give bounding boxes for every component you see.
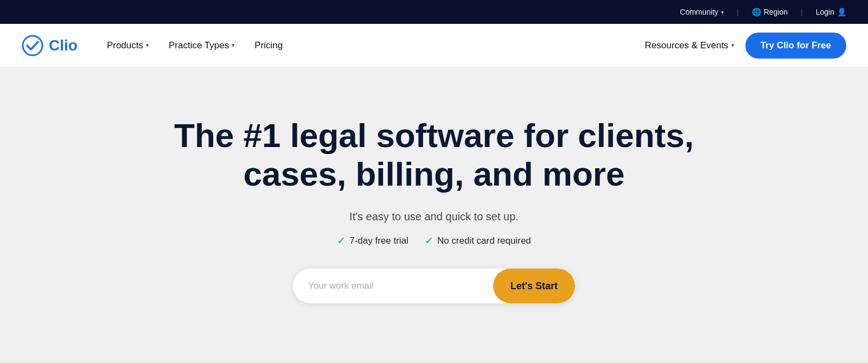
clio-logo-icon (22, 35, 43, 56)
try-clio-button[interactable]: Try Clio for Free (745, 33, 846, 59)
practice-types-chevron-icon: ▾ (232, 42, 235, 49)
hero-section: The #1 legal software for clients, cases… (0, 67, 868, 363)
globe-icon: 🌐 (752, 8, 761, 16)
topbar-divider: | (737, 8, 739, 16)
nav-right: Resources & Events ▾ Try Clio for Free (645, 33, 846, 59)
hero-title: The #1 legal software for clients, cases… (163, 116, 705, 194)
community-label: Community (680, 8, 718, 16)
nav-pricing[interactable]: Pricing (247, 36, 290, 55)
hero-subtitle: It's easy to use and quick to set up. (349, 211, 519, 223)
resources-chevron-icon: ▾ (731, 42, 735, 49)
email-input[interactable] (293, 281, 493, 291)
region-menu[interactable]: 🌐 Region (752, 8, 788, 16)
login-button[interactable]: Login 👤 (816, 8, 846, 16)
logo[interactable]: Clio (22, 35, 78, 56)
nav-links: Products ▾ Practice Types ▾ Pricing (99, 36, 645, 55)
start-button[interactable]: Let's Start (493, 269, 575, 303)
badge-free-trial: ✓ 7-day free trial (337, 235, 409, 247)
nav-resources[interactable]: Resources & Events ▾ (645, 40, 735, 51)
region-label: Region (764, 8, 788, 16)
navbar: Clio Products ▾ Practice Types ▾ Pricing… (0, 24, 868, 67)
badge-credit-label: No credit card required (437, 235, 531, 246)
login-label: Login (816, 8, 834, 16)
nav-practice-types[interactable]: Practice Types ▾ (161, 36, 242, 55)
logo-text: Clio (49, 37, 78, 54)
topbar-divider-2: | (801, 8, 803, 16)
check-icon-trial: ✓ (337, 235, 345, 247)
community-chevron-icon: ▾ (721, 9, 724, 15)
check-icon-credit: ✓ (425, 235, 433, 247)
products-chevron-icon: ▾ (146, 42, 149, 49)
community-menu[interactable]: Community ▾ (680, 8, 724, 16)
products-label: Products (107, 40, 143, 51)
resources-label: Resources & Events (645, 40, 729, 51)
hero-badges: ✓ 7-day free trial ✓ No credit card requ… (337, 235, 531, 247)
badge-no-credit-card: ✓ No credit card required (425, 235, 531, 247)
badge-trial-label: 7-day free trial (349, 235, 409, 246)
top-bar: Community ▾ | 🌐 Region | Login 👤 (0, 0, 868, 24)
pricing-label: Pricing (254, 40, 283, 51)
practice-types-label: Practice Types (169, 40, 229, 51)
email-form: Let's Start (293, 269, 575, 303)
user-icon: 👤 (837, 8, 846, 16)
svg-point-0 (23, 36, 42, 55)
nav-products[interactable]: Products ▾ (99, 36, 157, 55)
